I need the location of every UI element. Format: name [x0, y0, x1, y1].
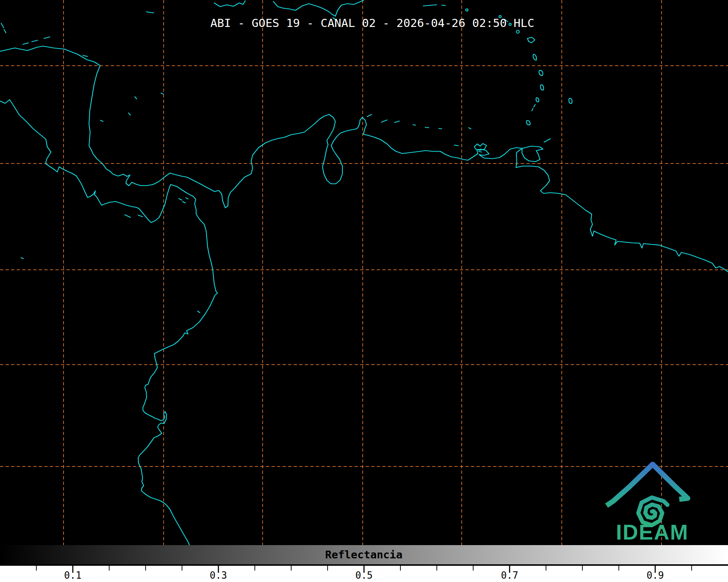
- minor-tick: [400, 566, 401, 571]
- minor-tick: [437, 566, 437, 571]
- tick-label: 0.9: [646, 570, 664, 581]
- colorbar-label: Reflectancia: [325, 548, 403, 561]
- reflectance-colorbar: Reflectancia 0.10.30.50.70.9: [0, 545, 728, 582]
- minor-tick: [618, 566, 619, 571]
- minor-tick: [36, 566, 37, 571]
- minor-tick: [582, 566, 583, 571]
- logo-wordmark: IDEAM: [616, 520, 689, 544]
- coastline-la-orchila: [439, 128, 442, 129]
- satellite-image-viewport: ABI - GOES 19 - CANAL 02 - 2026-04-26 02…: [0, 0, 728, 582]
- minor-tick: [254, 566, 255, 571]
- coastline-vieques: [442, 5, 445, 6]
- tick-label: 0.3: [210, 570, 227, 581]
- colorbar-border: [0, 564, 728, 566]
- goes-satellite-map: ABI - GOES 19 - CANAL 02 - 2026-04-26 02…: [0, 0, 728, 582]
- minor-tick: [473, 566, 474, 571]
- minor-tick: [182, 566, 182, 571]
- minor-tick: [546, 566, 546, 571]
- minor-tick: [327, 566, 328, 571]
- coastline-los-roques: [425, 127, 429, 128]
- tick-label: 0.5: [355, 570, 373, 581]
- image-title: ABI - GOES 19 - CANAL 02 - 2026-04-26 02…: [210, 16, 534, 30]
- coastline-las-aves: [413, 125, 416, 125]
- map-background: [0, 0, 728, 545]
- tick-label: 0.1: [64, 570, 82, 581]
- minor-tick: [109, 566, 110, 571]
- tick-label: 0.7: [501, 570, 518, 581]
- minor-tick: [291, 566, 291, 571]
- minor-tick: [691, 566, 692, 571]
- minor-tick: [145, 566, 146, 571]
